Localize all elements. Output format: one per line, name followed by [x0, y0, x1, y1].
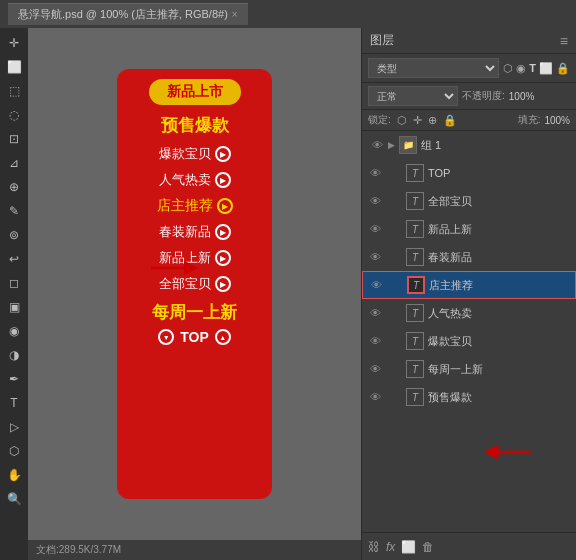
nav-circle-icon5: ▶ [215, 250, 231, 266]
blend-opacity-row: 正常 不透明度: 100% [362, 83, 576, 110]
document-tab[interactable]: 悬浮导航.psd @ 100% (店主推荐, RGB/8#) × [8, 3, 248, 25]
lock-icon-artboard[interactable]: ⊕ [428, 114, 437, 127]
panel-menu-icon[interactable]: ≡ [560, 33, 568, 49]
crop-tool[interactable]: ⊡ [3, 128, 25, 150]
eye-hot-items[interactable]: 👁 [368, 334, 382, 348]
blend-mode-select[interactable]: 正常 [368, 86, 458, 106]
add-mask-icon[interactable]: ⬜ [401, 540, 416, 554]
group-thumb: 📁 [399, 136, 417, 154]
eye-new-arrivals[interactable]: 👁 [368, 222, 382, 236]
filter-smart-icon[interactable]: 🔒 [556, 62, 570, 75]
layer-presale[interactable]: 👁 T 预售爆款 [362, 383, 576, 411]
nav-circle-icon2: ▶ [215, 172, 231, 188]
layer-group1[interactable]: 👁 ▶ 📁 组 1 [362, 131, 576, 159]
document-size: 文档:289.5K/3.77M [36, 543, 121, 557]
fx-icon[interactable]: fx [386, 540, 395, 554]
eye-top[interactable]: 👁 [368, 166, 382, 180]
layer-hot-items[interactable]: 👁 T 爆款宝贝 [362, 327, 576, 355]
layer-name-top: TOP [428, 167, 570, 179]
layer-name-presale: 预售爆款 [428, 390, 570, 405]
eye-weekly[interactable]: 👁 [368, 362, 382, 376]
move-tool[interactable]: ✛ [3, 32, 25, 54]
lock-icon-pixel[interactable]: ⬡ [397, 114, 407, 127]
layer-all-baby[interactable]: 👁 T 全部宝贝 [362, 187, 576, 215]
group-arrow[interactable]: ▶ [388, 140, 395, 150]
fill-row: 填充: 100% [518, 113, 570, 127]
artboard-tool[interactable]: ⬜ [3, 56, 25, 78]
nav-hot-items: 爆款宝贝 ▶ [125, 142, 264, 166]
lock-icon-all[interactable]: 🔒 [443, 114, 457, 127]
nav-presale: 预售爆款 [125, 111, 264, 140]
gradient-tool[interactable]: ▣ [3, 296, 25, 318]
layer-name-spring: 春装新品 [428, 250, 570, 265]
opacity-value[interactable]: 100% [509, 91, 535, 102]
left-toolbar: ✛ ⬜ ⬚ ◌ ⊡ ⊿ ⊕ ✎ ⊚ ↩ ◻ ▣ ◉ ◑ ✒ T ▷ ⬡ ✋ 🔍 [0, 28, 28, 560]
thumb-weekly: T [406, 360, 424, 378]
layer-new-arrivals[interactable]: 👁 T 新品上新 [362, 215, 576, 243]
lock-label: 锁定: [368, 113, 391, 127]
pen-tool[interactable]: ✒ [3, 368, 25, 390]
link-icon[interactable]: ⛓ [368, 540, 380, 554]
layer-name-hot-items: 爆款宝贝 [428, 334, 570, 349]
opacity-row: 不透明度: 100% [462, 89, 534, 103]
canvas-area: 新品上市 预售爆款 爆款宝贝 ▶ 人气热卖 ▶ 店主推荐 ▶ [28, 28, 361, 560]
lasso-tool[interactable]: ◌ [3, 104, 25, 126]
history-tool[interactable]: ↩ [3, 248, 25, 270]
fill-label: 填充: [518, 113, 541, 127]
brush-tool[interactable]: ✎ [3, 200, 25, 222]
filter-icons: ⬡ ◉ T ⬜ 🔒 [503, 62, 570, 75]
add-layer-icon[interactable]: 🗑 [422, 540, 434, 554]
nav-spring: 春装新品 ▶ [125, 220, 264, 244]
thumb-shop-recommend: T [407, 276, 425, 294]
eye-spring[interactable]: 👁 [368, 250, 382, 264]
layer-name-new-arrivals: 新品上新 [428, 222, 570, 237]
eye-popular[interactable]: 👁 [368, 306, 382, 320]
filter-adjustment-icon[interactable]: ◉ [516, 62, 526, 75]
clone-tool[interactable]: ⊚ [3, 224, 25, 246]
layer-name-all-baby: 全部宝贝 [428, 194, 570, 209]
document-title: 悬浮导航.psd @ 100% (店主推荐, RGB/8#) [18, 7, 228, 22]
layer-shop-recommend[interactable]: 👁 T 店主推荐 [362, 271, 576, 299]
heal-tool[interactable]: ⊕ [3, 176, 25, 198]
layer-top[interactable]: 👁 T TOP [362, 159, 576, 187]
path-select-tool[interactable]: ▷ [3, 416, 25, 438]
dodge-tool[interactable]: ◑ [3, 344, 25, 366]
layer-name-popular: 人气热卖 [428, 306, 570, 321]
layer-name-shop-recommend: 店主推荐 [429, 278, 569, 293]
filter-shape-icon[interactable]: ⬜ [539, 62, 553, 75]
canvas-status-bar: 文档:289.5K/3.77M [28, 540, 361, 560]
close-tab-button[interactable]: × [232, 9, 238, 20]
lock-row: 锁定: ⬡ ✛ ⊕ 🔒 填充: 100% [362, 110, 576, 131]
thumb-all-baby: T [406, 192, 424, 210]
layer-type-select[interactable]: 类型 [368, 58, 499, 78]
nav-all: 全部宝贝 ▶ [125, 272, 264, 296]
eye-all-baby[interactable]: 👁 [368, 194, 382, 208]
filter-row: 类型 ⬡ ◉ T ⬜ 🔒 [362, 54, 576, 83]
eye-group1[interactable]: 👁 [370, 138, 384, 152]
text-tool[interactable]: T [3, 392, 25, 414]
eye-presale[interactable]: 👁 [368, 390, 382, 404]
layer-name-weekly: 每周一上新 [428, 362, 570, 377]
hand-tool[interactable]: ✋ [3, 464, 25, 486]
fill-value[interactable]: 100% [544, 115, 570, 126]
thumb-spring: T [406, 248, 424, 266]
select-tool[interactable]: ⬚ [3, 80, 25, 102]
eyedropper-tool[interactable]: ⊿ [3, 152, 25, 174]
lock-icon-position[interactable]: ✛ [413, 114, 422, 127]
filter-text-icon[interactable]: T [529, 62, 536, 74]
layer-spring[interactable]: 👁 T 春装新品 [362, 243, 576, 271]
layers-panel-title: 图层 [370, 32, 394, 49]
zoom-tool[interactable]: 🔍 [3, 488, 25, 510]
shape-tool[interactable]: ⬡ [3, 440, 25, 462]
eye-shop-recommend[interactable]: 👁 [369, 278, 383, 292]
top-circle-left: ▼ [158, 329, 174, 345]
layer-weekly[interactable]: 👁 T 每周一上新 [362, 355, 576, 383]
filter-pixel-icon[interactable]: ⬡ [503, 62, 513, 75]
blur-tool[interactable]: ◉ [3, 320, 25, 342]
main-area: ✛ ⬜ ⬚ ◌ ⊡ ⊿ ⊕ ✎ ⊚ ↩ ◻ ▣ ◉ ◑ ✒ T ▷ ⬡ ✋ 🔍 … [0, 28, 576, 560]
nav-circle-icon6: ▶ [215, 276, 231, 292]
layer-popular[interactable]: 👁 T 人气热卖 [362, 299, 576, 327]
title-bar: 悬浮导航.psd @ 100% (店主推荐, RGB/8#) × [0, 0, 576, 28]
nav-shop-recommend: 店主推荐 ▶ [125, 194, 264, 218]
eraser-tool[interactable]: ◻ [3, 272, 25, 294]
